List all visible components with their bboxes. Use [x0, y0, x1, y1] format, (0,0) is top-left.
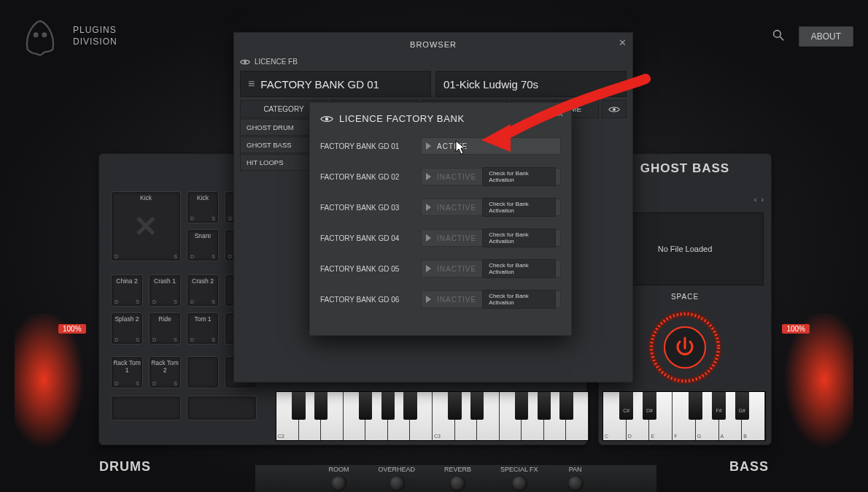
- percent-right: 100%: [782, 324, 810, 334]
- key-label: E: [651, 434, 654, 439]
- black-key[interactable]: [712, 392, 726, 420]
- black-key[interactable]: [403, 392, 416, 420]
- pad-splash-2[interactable]: Splash 2DS: [111, 312, 143, 345]
- svg-point-10: [613, 108, 616, 111]
- pad-empty[interactable]: [187, 356, 219, 388]
- check-activation-button[interactable]: Check for Bank Activation: [482, 259, 556, 278]
- licence-popup-title: LICENCE FACTORY BANK: [339, 113, 465, 124]
- eye-icon[interactable]: [602, 100, 627, 118]
- black-key[interactable]: [643, 392, 656, 420]
- pad-empty[interactable]: [111, 396, 181, 420]
- bottom-knob[interactable]: ROOM: [328, 466, 349, 491]
- browser-title: BROWSER: [234, 33, 632, 56]
- key-label: C#: [623, 408, 629, 413]
- keyboard-drums[interactable]: C2C3: [276, 391, 589, 441]
- black-key[interactable]: [292, 392, 305, 420]
- check-activation-button[interactable]: Check for Bank Activation: [482, 198, 556, 217]
- licence-row: FACTORY BANK GD 03INACTIVECheck for Bank…: [320, 199, 561, 216]
- about-button[interactable]: ABOUT: [799, 26, 853, 47]
- licence-status-pill[interactable]: INACTIVECheck for Bank Activation: [421, 291, 561, 308]
- black-key[interactable]: [381, 392, 395, 420]
- keyboard-bass[interactable]: CC#DD#EFGF#AG#B: [602, 391, 766, 441]
- pad-snare[interactable]: SnareDS: [187, 229, 219, 261]
- next-icon[interactable]: ›: [761, 195, 764, 204]
- black-key[interactable]: [619, 392, 633, 420]
- svg-point-9: [244, 61, 247, 64]
- sample-name-field[interactable]: 01-Kick Ludwig 70s: [435, 71, 627, 97]
- black-key[interactable]: [538, 392, 551, 420]
- sample-name-text: 01-Kick Ludwig 70s: [443, 78, 538, 91]
- pad-kick-big[interactable]: Kick ✕ DS: [111, 191, 181, 261]
- black-key[interactable]: [515, 392, 528, 420]
- black-key[interactable]: [559, 392, 573, 420]
- black-key[interactable]: [735, 392, 749, 420]
- category-item[interactable]: HIT LOOPS: [240, 154, 317, 171]
- black-key[interactable]: [359, 392, 372, 420]
- category-item[interactable]: GHOST DRUM: [240, 119, 317, 136]
- black-key[interactable]: [470, 392, 484, 420]
- licence-fb-link[interactable]: LICENCE FB: [240, 58, 298, 66]
- knob-label: PAN: [569, 466, 582, 473]
- check-activation-button[interactable]: Check for Bank Activation: [482, 167, 556, 186]
- licence-status-pill[interactable]: INACTIVECheck for Bank Activation: [421, 168, 561, 185]
- play-icon: [426, 173, 431, 180]
- licence-bank-name: FACTORY BANK GD 05: [320, 265, 415, 273]
- bottom-knob[interactable]: PAN: [567, 466, 584, 491]
- pad-china-2[interactable]: China 2DS: [111, 274, 143, 307]
- prev-icon[interactable]: ‹: [754, 195, 757, 204]
- licence-row: FACTORY BANK GD 04INACTIVECheck for Bank…: [320, 229, 561, 247]
- check-activation-button[interactable]: Check for Bank Activation: [482, 290, 556, 309]
- licence-status-pill[interactable]: INACTIVECheck for Bank Activation: [421, 260, 561, 277]
- black-key[interactable]: [689, 392, 702, 420]
- category-item[interactable]: GHOST BASS: [240, 137, 317, 153]
- pad-kick[interactable]: KickDS: [187, 191, 219, 223]
- key-label: A: [721, 434, 724, 439]
- pad-empty-icon: ✕: [112, 192, 180, 261]
- licence-status-pill[interactable]: INACTIVECheck for Bank Activation: [421, 229, 561, 247]
- knob-label: OVERHEAD: [378, 466, 415, 473]
- licence-row: FACTORY BANK GD 02INACTIVECheck for Bank…: [320, 168, 561, 185]
- bank-name-field[interactable]: ≡ FACTORY BANK GD 01: [240, 71, 431, 97]
- licence-status-text: ACTIVE: [437, 142, 468, 150]
- key-label: C: [605, 434, 608, 439]
- svg-point-0: [34, 32, 39, 37]
- bottom-knob[interactable]: REVERB: [444, 466, 471, 491]
- svg-point-1: [42, 32, 47, 37]
- pad-crash-1[interactable]: Crash 1DS: [149, 274, 181, 307]
- play-icon: [426, 296, 431, 303]
- brand: PLUGINS DIVISION: [15, 11, 117, 62]
- key-label: C2: [278, 434, 284, 439]
- footer-drums-label: DRUMS: [99, 459, 151, 474]
- check-activation-button[interactable]: Check for Bank Activation: [482, 228, 556, 247]
- licence-status-text: INACTIVE: [437, 296, 476, 304]
- pad-rack-tom-1[interactable]: Rack Tom 1DS: [111, 356, 143, 388]
- bottom-knob[interactable]: SPECIAL FX: [500, 466, 538, 491]
- key-label: D#: [646, 408, 653, 413]
- pad-rack-tom-2[interactable]: Rack Tom 2DS: [149, 356, 181, 388]
- licence-status-pill[interactable]: ACTIVE: [421, 137, 561, 155]
- pad-ride[interactable]: RideDS: [149, 312, 181, 345]
- black-key[interactable]: [448, 392, 461, 420]
- close-icon[interactable]: ✕: [619, 37, 627, 48]
- pad-tom-1[interactable]: Tom 1DS: [187, 312, 219, 345]
- power-knob[interactable]: [645, 307, 725, 391]
- close-icon[interactable]: ✕: [557, 109, 564, 119]
- play-icon: [426, 142, 431, 150]
- licence-row: FACTORY BANK GD 01ACTIVE: [320, 137, 561, 155]
- knob-icon[interactable]: [449, 475, 465, 491]
- black-key[interactable]: [314, 392, 328, 420]
- svg-point-8: [784, 314, 853, 449]
- pad-empty[interactable]: [187, 396, 257, 420]
- knob-icon[interactable]: [567, 475, 584, 491]
- knob-icon[interactable]: [389, 475, 405, 491]
- licence-bank-name: FACTORY BANK GD 02: [320, 173, 415, 181]
- search-icon[interactable]: [772, 29, 784, 44]
- licence-popup: ✕ LICENCE FACTORY BANK FACTORY BANK GD 0…: [309, 102, 572, 336]
- licence-status-pill[interactable]: INACTIVECheck for Bank Activation: [421, 199, 561, 216]
- bottom-knob[interactable]: OVERHEAD: [378, 466, 415, 491]
- knob-icon[interactable]: [330, 475, 346, 491]
- footer-bass-label: BASS: [729, 459, 769, 474]
- licence-bank-name: FACTORY BANK GD 03: [320, 204, 415, 212]
- pad-crash-2[interactable]: Crash 2DS: [187, 274, 219, 307]
- knob-icon[interactable]: [511, 475, 527, 491]
